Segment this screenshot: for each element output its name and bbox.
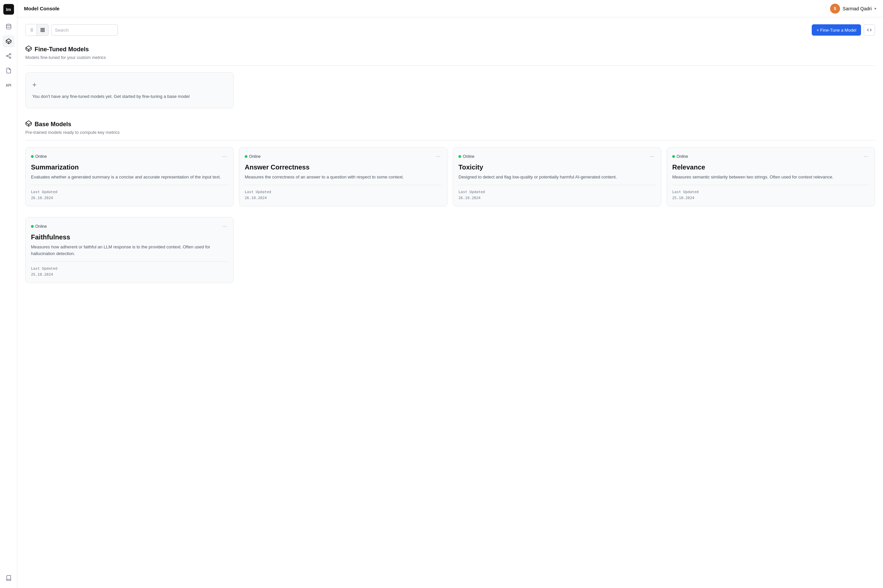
page-title: Model Console [24,6,822,11]
card-description: Measures semantic similarity between two… [672,174,870,180]
add-fine-tuned-card[interactable]: + You don't have any fine-tuned models y… [25,72,234,108]
fine-tuned-section-header: Fine-Tuned Models Models fine-tuned for … [25,45,875,66]
code-button[interactable] [864,24,875,36]
base-models-divider [25,140,875,141]
card-title: Summarization [31,164,228,171]
model-card[interactable]: Online ··· Toxicity Designed to detect a… [453,147,661,207]
card-footer: Last Updated 25.10.2024 [672,189,870,201]
card-menu-button[interactable]: ··· [221,153,228,160]
topbar-divider [826,4,826,13]
status-badge: Online [245,154,261,159]
card-menu-button[interactable]: ··· [435,153,442,160]
fine-tuned-section-icon [25,45,32,54]
avatar: S [830,4,840,14]
content-area: + Fine-Tune a Model Fine-Tuned Models Mo… [17,17,883,588]
svg-point-3 [9,54,11,55]
card-title: Answer Correctness [245,164,442,171]
card-footer: Last Updated 26.10.2024 [31,189,228,201]
sidebar-item-book[interactable] [3,572,15,584]
empty-card-text: You don't have any fine-tuned models yet… [32,93,227,100]
fine-tuned-divider [25,65,875,66]
status-dot [459,155,461,158]
topbar: Model Console S Sarmad Qadri ▾ [17,0,883,17]
model-card[interactable]: Online ··· Relevance Measures semantic s… [667,147,875,207]
card-description: Measures how adherent or faithful an LLM… [31,244,228,257]
card-divider [245,185,442,185]
svg-point-4 [6,55,8,57]
status-badge: Online [31,224,47,229]
base-models-grid-row2: Online ··· Faithfulness Measures how adh… [25,217,875,283]
svg-rect-14 [41,28,42,30]
card-menu-button[interactable]: ··· [649,153,655,160]
card-divider [672,185,870,185]
last-updated-date: 26.10.2024 [245,195,442,201]
card-menu-button[interactable]: ··· [221,223,228,230]
svg-point-5 [9,57,11,58]
svg-point-0 [6,24,11,26]
last-updated-label: Last Updated [31,189,228,195]
card-header: Online ··· [459,153,655,160]
view-toggle [25,24,49,36]
svg-rect-15 [43,28,44,30]
card-footer: Last Updated 25.10.2024 [31,266,228,278]
fine-tune-button[interactable]: + Fine-Tune a Model [812,24,861,36]
toolbar: + Fine-Tune a Model [25,24,875,36]
card-divider [459,185,655,185]
plus-icon: + [32,81,227,89]
last-updated-label: Last Updated [459,189,655,195]
card-description: Measures the correctness of an answer to… [245,174,442,180]
card-divider [31,261,228,262]
last-updated-date: 26.10.2024 [31,195,228,201]
base-models-section-subtitle: Pre-trained models ready to compute key … [25,130,875,135]
sidebar: lm API [0,0,17,588]
status-label: Online [249,154,261,159]
card-title: Faithfulness [31,233,228,241]
grid-view-button[interactable] [37,24,48,36]
list-view-button[interactable] [25,24,37,36]
fine-tuned-section-subtitle: Models fine-tuned for your custom metric… [25,55,875,60]
svg-line-6 [7,56,9,57]
card-description: Evaluates whether a generated summary is… [31,174,228,180]
card-header: Online ··· [672,153,870,160]
sidebar-item-share[interactable] [3,50,15,62]
svg-rect-16 [41,30,42,32]
card-header: Online ··· [31,153,228,160]
svg-rect-17 [43,30,44,32]
card-menu-button[interactable]: ··· [862,153,870,160]
card-header: Online ··· [31,223,228,230]
model-card[interactable]: Online ··· Summarization Evaluates wheth… [25,147,234,207]
last-updated-label: Last Updated [672,189,870,195]
last-updated-date: 26.10.2024 [459,195,655,201]
sidebar-item-models[interactable] [3,35,15,47]
fine-tuned-section-title: Fine-Tuned Models [34,46,89,53]
search-input[interactable] [51,24,118,36]
app-logo[interactable]: lm [3,4,14,15]
sidebar-item-docs[interactable] [3,64,15,76]
sidebar-item-api[interactable]: API [3,79,15,91]
model-card[interactable]: Online ··· Answer Correctness Measures t… [239,147,447,207]
card-title: Toxicity [459,164,655,171]
svg-line-7 [7,55,9,56]
last-updated-label: Last Updated [245,189,442,195]
status-dot [31,155,34,158]
model-card[interactable]: Online ··· Faithfulness Measures how adh… [25,217,234,283]
status-label: Online [463,154,474,159]
main-content: Model Console S Sarmad Qadri ▾ [17,0,883,588]
status-dot [245,155,247,158]
card-header: Online ··· [245,153,442,160]
sidebar-item-database[interactable] [3,21,15,33]
status-dot [31,225,34,228]
user-section[interactable]: S Sarmad Qadri ▾ [830,4,876,14]
card-title: Relevance [672,164,870,171]
status-label: Online [35,224,47,229]
card-footer: Last Updated 26.10.2024 [459,189,655,201]
chevron-down-icon: ▾ [874,6,876,11]
status-dot [672,155,675,158]
status-badge: Online [459,154,474,159]
last-updated-date: 25.10.2024 [31,272,228,278]
card-footer: Last Updated 26.10.2024 [245,189,442,201]
status-badge: Online [672,154,688,159]
toolbar-right: + Fine-Tune a Model [812,24,875,36]
status-badge: Online [31,154,47,159]
last-updated-date: 25.10.2024 [672,195,870,201]
